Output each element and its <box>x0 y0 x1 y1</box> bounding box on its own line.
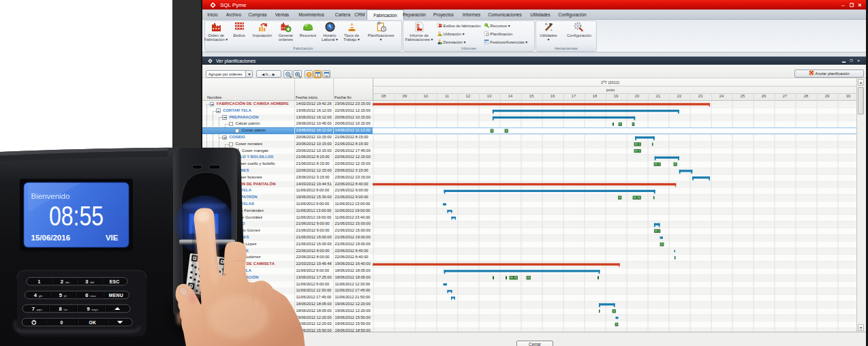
svg-text:1: 1 <box>317 73 319 77</box>
svg-text:def: def <box>90 281 95 284</box>
svg-text:MENU: MENU <box>109 293 123 298</box>
svg-text:8: 8 <box>59 306 62 312</box>
svg-text:pqrs: pqrs <box>37 308 42 311</box>
svg-text:15/06/2016: 15/06/2016 <box>31 234 71 242</box>
svg-text:ghi: ghi <box>39 294 43 298</box>
svg-text:OK: OK <box>89 320 96 325</box>
svg-text:tuv: tuv <box>64 308 68 311</box>
svg-text:jkl: jkl <box>63 294 67 298</box>
svg-text:2: 2 <box>61 279 63 285</box>
svg-text:Bienvenido: Bienvenido <box>31 192 70 200</box>
svg-text:1: 1 <box>37 279 40 284</box>
svg-text:3: 3 <box>85 279 88 285</box>
svg-text:VIE: VIE <box>106 234 119 242</box>
svg-text:08:55: 08:55 <box>49 201 104 232</box>
svg-text:mno: mno <box>90 294 96 298</box>
svg-text:9: 9 <box>87 306 89 312</box>
svg-text:0: 0 <box>60 320 63 325</box>
svg-text:5: 5 <box>59 292 62 298</box>
svg-text:6: 6 <box>85 292 88 298</box>
svg-text:31: 31 <box>325 74 328 77</box>
svg-text:abc: abc <box>65 281 70 284</box>
svg-text:7: 7 <box>32 306 35 312</box>
svg-text:ESC: ESC <box>110 279 120 284</box>
svg-text:wxyz: wxyz <box>92 308 98 311</box>
